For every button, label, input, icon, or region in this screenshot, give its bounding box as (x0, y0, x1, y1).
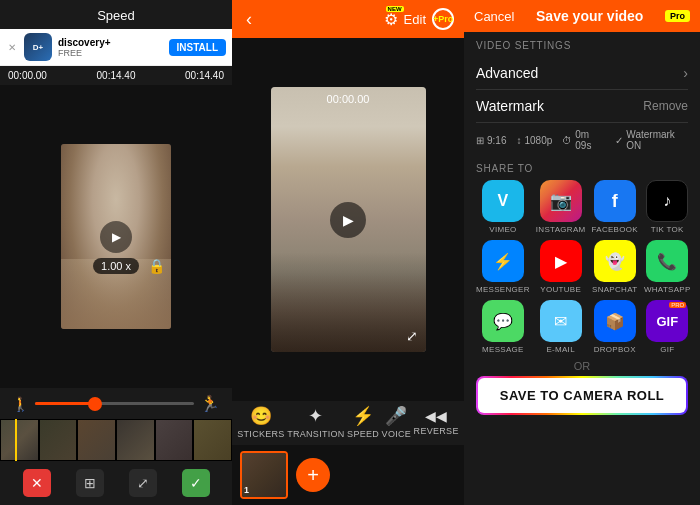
clip-thumbnail[interactable]: 1 (240, 451, 288, 499)
share-facebook[interactable]: f FACEBOOK (592, 180, 638, 234)
reverse-label: REVERSE (414, 426, 459, 436)
cancel-button[interactable]: Cancel (474, 9, 514, 24)
or-divider: OR (464, 354, 700, 376)
resize-button[interactable]: ⤢ (129, 469, 157, 497)
grid-button[interactable]: ⊞ (76, 469, 104, 497)
watermark-label: Watermark (476, 98, 544, 114)
share-section: SHARE TO V VIMEO 📷 INSTAGRAM f FACEBOOK (464, 155, 700, 354)
save-to-camera-roll-button[interactable]: SAVE TO CAMERA ROLL (476, 376, 688, 415)
add-clip-button[interactable]: + (296, 458, 330, 492)
watermark-check-icon: ✓ (615, 135, 623, 146)
middle-bottom: 1 + (232, 445, 464, 505)
ad-icon: D+ (24, 33, 52, 61)
add-pro-button[interactable]: +Pro (432, 8, 454, 30)
share-vimeo[interactable]: V VIMEO (476, 180, 530, 234)
middle-panel: ‹ ⚙ NEW Edit +Pro 00:00.00 ▶ ⤢ 😊 STICKER… (232, 0, 464, 505)
film-frame (39, 419, 78, 461)
panel-title: Speed (97, 8, 135, 23)
meta-duration: ⏱ 0m 09s (562, 129, 605, 151)
gif-pro-badge: PRO (669, 302, 686, 308)
youtube-icon: ▶ (540, 240, 582, 282)
speed-slider-area: 🚶 🏃 (0, 388, 232, 419)
ad-title: discovery+ (58, 37, 163, 48)
expand-button[interactable]: ⤢ (406, 328, 418, 344)
advanced-label: Advanced (476, 65, 538, 81)
filmstrip (0, 419, 232, 461)
share-dropbox[interactable]: 📦 DROPBOX (592, 300, 638, 354)
play-button[interactable]: ▶ (100, 221, 132, 253)
share-snapchat[interactable]: 👻 SNAPCHAT (592, 240, 638, 294)
action-row: ✕ ⊞ ⤢ ✓ (0, 466, 232, 500)
email-icon: ✉ (540, 300, 582, 342)
timeline-bar: 00:00.00 00:14.40 00:14.40 (0, 66, 232, 85)
vimeo-icon: V (482, 180, 524, 222)
tiktok-label: TIK TOK (651, 225, 684, 234)
clip-number: 1 (244, 485, 249, 495)
save-btn-inner: SAVE TO CAMERA ROLL (478, 378, 686, 413)
edit-button[interactable]: Edit (404, 12, 426, 27)
film-frame (0, 419, 39, 461)
meta-resolution: ↕ 1080p (516, 135, 552, 146)
back-button[interactable]: ‹ (242, 9, 256, 30)
middle-video-thumbnail: 00:00.00 ▶ ⤢ (271, 87, 426, 352)
speed-slider[interactable] (35, 402, 194, 405)
timeline-start: 00:00.00 (8, 70, 47, 81)
facebook-label: FACEBOOK (592, 225, 638, 234)
messenger-label: MESSENGER (476, 285, 530, 294)
speed-tool[interactable]: ⚡ SPEED (347, 405, 379, 439)
close-button[interactable]: ✕ (23, 469, 51, 497)
share-email[interactable]: ✉ E-MAIL (536, 300, 586, 354)
right-header: Cancel Save your video Pro (464, 0, 700, 32)
timeline-end: 00:14.40 (185, 70, 224, 81)
snapchat-icon: 👻 (594, 240, 636, 282)
watermark-row: Watermark Remove (476, 90, 688, 123)
aspect-icon: ⊞ (476, 135, 484, 146)
video-preview: ▶ 1.00 x 🔒 (0, 85, 232, 388)
confirm-button[interactable]: ✓ (182, 469, 210, 497)
message-label: MESSAGE (482, 345, 524, 354)
share-messenger[interactable]: ⚡ MESSENGER (476, 240, 530, 294)
transition-tool[interactable]: ✦ TRANSITION (287, 405, 345, 439)
tiktok-icon: ♪ (646, 180, 688, 222)
resolution-icon: ↕ (516, 135, 521, 146)
dropbox-icon: 📦 (594, 300, 636, 342)
transition-icon: ✦ (308, 405, 323, 427)
advanced-row[interactable]: Advanced › (476, 57, 688, 90)
film-frame (193, 419, 232, 461)
reverse-tool[interactable]: ◀◀ REVERSE (414, 408, 459, 436)
ad-text: discovery+ FREE (58, 37, 163, 58)
share-instagram[interactable]: 📷 INSTAGRAM (536, 180, 586, 234)
save-video-title: Save your video (536, 8, 643, 24)
transition-label: TRANSITION (287, 429, 345, 439)
middle-header: ‹ ⚙ NEW Edit +Pro (232, 0, 464, 38)
share-to-label: SHARE TO (476, 163, 688, 174)
reverse-icon: ◀◀ (425, 408, 447, 424)
video-thumbnail: ▶ 1.00 x 🔒 (61, 144, 171, 329)
stickers-tool[interactable]: 😊 STICKERS (237, 405, 284, 439)
snapchat-label: SNAPCHAT (592, 285, 637, 294)
video-settings-section: VIDEO SETTINGS Advanced › Watermark Remo… (464, 32, 700, 155)
share-youtube[interactable]: ▶ YOUTUBE (536, 240, 586, 294)
gif-label: GIF (660, 345, 674, 354)
middle-play-button[interactable]: ▶ (330, 202, 366, 238)
share-message[interactable]: 💬 MESSAGE (476, 300, 530, 354)
share-tiktok[interactable]: ♪ TIK TOK (644, 180, 691, 234)
chevron-right-icon: › (683, 65, 688, 81)
share-whatsapp[interactable]: 📞 WHATSAPP (644, 240, 691, 294)
right-panel: Cancel Save your video Pro VIDEO SETTING… (464, 0, 700, 505)
middle-toolbar: 😊 STICKERS ✦ TRANSITION ⚡ SPEED 🎤 VOICE … (232, 401, 464, 445)
messenger-icon: ⚡ (482, 240, 524, 282)
voice-tool[interactable]: 🎤 VOICE (382, 405, 412, 439)
settings-button[interactable]: ⚙ NEW (384, 10, 398, 29)
install-button[interactable]: INSTALL (169, 39, 226, 56)
speed-badge: 1.00 x (93, 258, 139, 274)
facebook-icon: f (594, 180, 636, 222)
share-gif[interactable]: GIF PRO GIF (644, 300, 691, 354)
message-icon: 💬 (482, 300, 524, 342)
ad-close-button[interactable]: ✕ (6, 42, 18, 53)
whatsapp-icon: 📞 (646, 240, 688, 282)
fast-speed-icon: 🏃 (200, 394, 220, 413)
whatsapp-label: WHATSAPP (644, 285, 691, 294)
remove-watermark-button[interactable]: Remove (643, 99, 688, 113)
instagram-label: INSTAGRAM (536, 225, 586, 234)
